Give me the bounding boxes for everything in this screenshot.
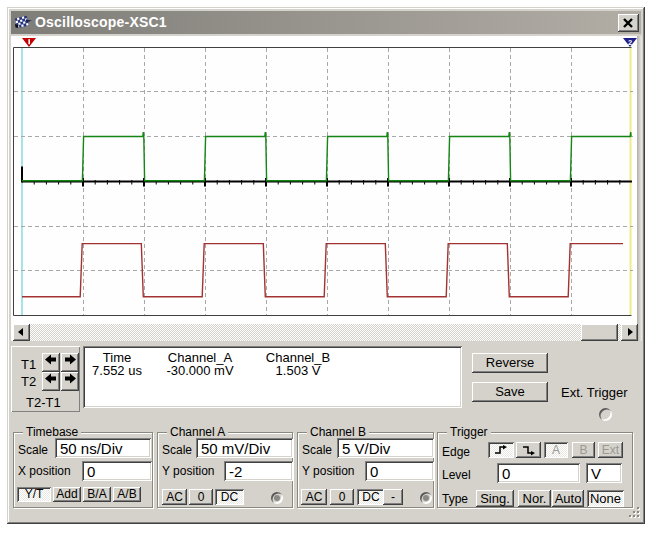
svg-text:2: 2	[628, 38, 632, 47]
